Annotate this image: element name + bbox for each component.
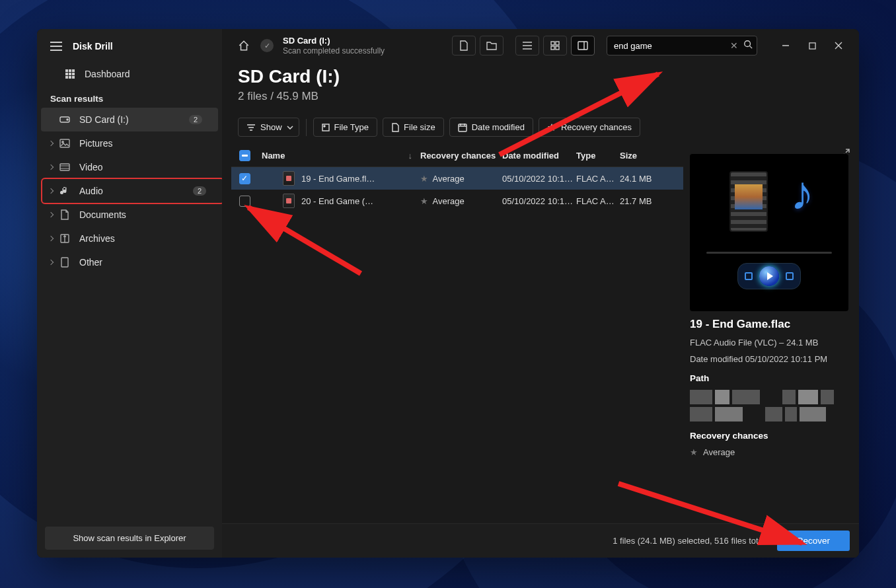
search-input[interactable]: ✕ xyxy=(607,36,757,55)
home-icon[interactable] xyxy=(234,36,254,55)
sidebar-item-label: Pictures xyxy=(79,138,113,149)
table-row[interactable]: ✓ 19 - End Game.fl… ★ Average 05/10/2022… xyxy=(231,167,683,190)
svg-rect-15 xyxy=(61,258,68,267)
sidebar-item-archives[interactable]: Archives xyxy=(37,227,222,250)
show-in-explorer-button[interactable]: Show scan results in Explorer xyxy=(45,527,214,550)
page-subtitle: 2 files / 45.9 MB xyxy=(238,90,843,103)
table-row[interactable]: 20 - End Game (… ★ Average 05/10/2022 10… xyxy=(231,190,683,212)
maximize-button[interactable] xyxy=(800,36,825,55)
sidebar-item-documents[interactable]: Documents xyxy=(37,203,222,227)
svg-rect-11 xyxy=(60,139,69,147)
row-checkbox[interactable]: ✓ xyxy=(239,173,250,184)
topbar-subtitle: Scan completed successfully xyxy=(283,46,385,55)
main-content: ✓ SD Card (I:) Scan completed successful… xyxy=(222,29,859,558)
chevron-right-icon xyxy=(48,236,54,241)
svg-rect-1 xyxy=(69,69,71,72)
preview-title: 19 - End Game.flac xyxy=(690,318,848,331)
filter-bar: Show File Type File size Date modified R… xyxy=(222,106,859,145)
svg-rect-0 xyxy=(65,69,68,72)
list-view-icon[interactable] xyxy=(515,36,539,55)
sidebar-item-sdcard[interactable]: SD Card (I:) 2 xyxy=(41,108,218,131)
svg-rect-16 xyxy=(551,42,554,45)
menu-icon[interactable] xyxy=(50,42,62,51)
preview-rc-label: Recovery chances xyxy=(690,431,848,441)
file-size-filter-button[interactable]: File size xyxy=(383,118,444,137)
table-header: Name↓ Recovery chances Date modified Typ… xyxy=(231,145,683,167)
selection-status: 1 files (24.1 MB) selected, 516 files to… xyxy=(613,536,765,546)
preview-path-label: Path xyxy=(690,373,848,383)
playback-controls xyxy=(737,263,801,289)
svg-point-24 xyxy=(324,126,325,127)
file-type-icon xyxy=(283,194,295,208)
svg-rect-18 xyxy=(551,46,554,50)
star-icon: ★ xyxy=(690,447,698,457)
file-type-filter-button[interactable]: File Type xyxy=(313,118,378,137)
svg-rect-23 xyxy=(322,124,329,131)
column-type[interactable]: Type xyxy=(576,151,620,161)
music-note-icon xyxy=(59,186,70,196)
chevron-right-icon xyxy=(48,141,54,146)
image-icon xyxy=(59,138,70,149)
select-all-checkbox[interactable] xyxy=(239,150,250,161)
archive-icon xyxy=(59,233,70,244)
file-type: FLAC A… xyxy=(576,174,620,184)
sidebar-item-label: Video xyxy=(79,162,103,172)
page-title: SD Card (I:) xyxy=(238,66,843,87)
chevron-right-icon xyxy=(48,188,54,194)
recovery-chances-filter-button[interactable]: Recovery chances xyxy=(539,118,640,137)
drive-icon xyxy=(59,114,70,125)
file-name: 20 - End Game (… xyxy=(301,196,373,206)
preview-date: Date modified 05/10/2022 10:11 PM xyxy=(690,354,848,364)
svg-rect-4 xyxy=(69,73,71,75)
sidebar-dashboard[interactable]: Dashboard xyxy=(37,61,222,89)
row-checkbox[interactable] xyxy=(239,196,250,207)
svg-rect-7 xyxy=(69,76,71,79)
sidebar-item-label: Archives xyxy=(79,233,115,244)
topbar-title: SD Card (I:) xyxy=(283,36,385,46)
fullscreen-icon[interactable] xyxy=(786,272,794,280)
sidebar-dashboard-label: Dashboard xyxy=(85,69,130,79)
column-name[interactable]: Name↓ xyxy=(258,151,420,161)
status-bar: 1 files (24.1 MB) selected, 516 files to… xyxy=(222,523,859,558)
file-date: 05/10/2022 10:1… xyxy=(502,196,576,206)
grid-view-icon[interactable] xyxy=(543,36,567,55)
chevron-right-icon xyxy=(48,260,54,265)
sidebar-item-video[interactable]: Video xyxy=(37,155,222,179)
sidebar-item-other[interactable]: Other xyxy=(37,250,222,274)
column-date[interactable]: Date modified xyxy=(502,151,576,161)
search-icon[interactable] xyxy=(743,40,753,52)
chevron-right-icon xyxy=(48,212,54,217)
playback-track[interactable] xyxy=(706,252,832,254)
play-button[interactable] xyxy=(759,266,779,286)
redacted-path xyxy=(690,390,848,422)
column-recovery[interactable]: Recovery chances xyxy=(420,151,502,161)
svg-rect-2 xyxy=(72,69,75,72)
sidebar-item-pictures[interactable]: Pictures xyxy=(37,131,222,155)
date-modified-filter-button[interactable]: Date modified xyxy=(449,118,533,137)
minimize-button[interactable] xyxy=(773,36,798,55)
video-icon xyxy=(59,162,70,172)
sidebar-section-label: Scan results xyxy=(37,89,222,108)
app-title: Disk Drill xyxy=(73,41,113,52)
close-button[interactable] xyxy=(826,36,851,55)
sidebar-item-audio[interactable]: Audio 2 xyxy=(37,179,222,203)
panel-view-icon[interactable] xyxy=(571,36,595,55)
svg-rect-8 xyxy=(72,76,75,79)
svg-rect-3 xyxy=(65,73,68,75)
search-field[interactable] xyxy=(614,41,725,51)
svg-rect-5 xyxy=(72,73,75,75)
folder-icon[interactable] xyxy=(480,36,504,55)
stop-icon[interactable] xyxy=(745,272,753,280)
recover-button[interactable]: Recover xyxy=(777,531,850,551)
app-window: Disk Drill Dashboard Scan results SD Car… xyxy=(37,29,859,558)
preview-rc-value: Average xyxy=(703,447,735,457)
clear-search-icon[interactable]: ✕ xyxy=(729,40,739,51)
file-table: Name↓ Recovery chances Date modified Typ… xyxy=(231,145,683,523)
svg-rect-19 xyxy=(556,46,559,50)
show-filter-button[interactable]: Show xyxy=(238,118,299,137)
column-size[interactable]: Size xyxy=(620,151,683,161)
chevron-right-icon xyxy=(48,165,54,170)
file-icon[interactable] xyxy=(452,36,476,55)
preview-panel: ♪ 19 - End Game.flac FLAC Audio File (VL… xyxy=(683,145,859,523)
star-icon: ★ xyxy=(420,174,428,184)
